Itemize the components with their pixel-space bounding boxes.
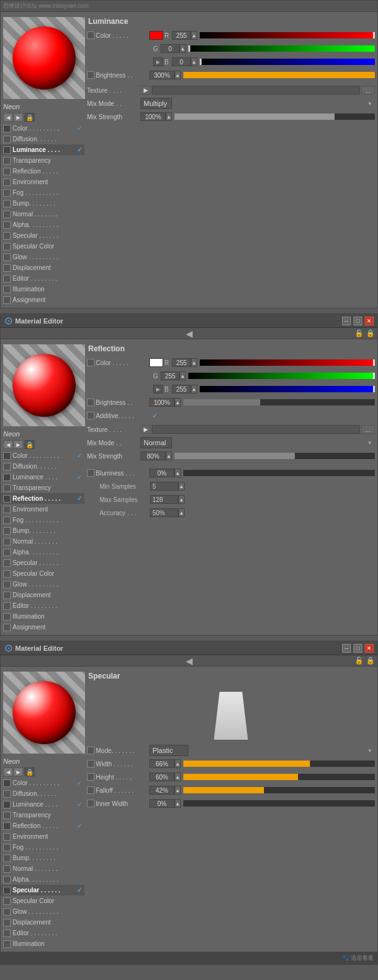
sidebar-item-1-9[interactable]: Alpha. . . . . . . . .	[1, 547, 84, 557]
sidebar-checkbox-2-14[interactable]	[3, 930, 11, 937]
texture-dots-btn-1[interactable]: ...	[361, 86, 375, 95]
brightness-bar-1[interactable]	[183, 72, 375, 78]
mix-mode-select-2[interactable]: Normal Multiply Additive	[140, 437, 172, 448]
sidebar-checkbox-2-6[interactable]	[3, 844, 11, 851]
sidebar-checkbox-0-4[interactable]	[3, 168, 11, 175]
sidebar-item-0-2[interactable]: Luminance . . . .✓	[1, 144, 84, 155]
inner-width-input-3[interactable]	[149, 799, 175, 808]
sidebar-item-0-1[interactable]: Diffusion. . . . . .	[1, 134, 84, 144]
mix-strength-spin-2[interactable]: ▲	[166, 452, 172, 460]
sidebar-checkbox-1-13[interactable]	[3, 592, 11, 599]
prev-material-btn-2[interactable]: ◀	[3, 440, 13, 449]
max-samples-spin-2[interactable]: ▲	[178, 495, 185, 504]
next-material-btn-3[interactable]: ▶	[13, 767, 23, 776]
sidebar-item-2-3[interactable]: Transparency	[1, 810, 84, 820]
sidebar-item-0-6[interactable]: Fog . . . . . . . . . .	[1, 187, 84, 198]
sidebar-item-0-16[interactable]: Assignment	[1, 295, 84, 305]
sidebar-checkbox-1-0[interactable]	[3, 452, 11, 460]
sidebar-checkbox-2-8[interactable]	[3, 865, 11, 873]
height-spin-3[interactable]: ▲	[175, 773, 181, 781]
sidebar-item-1-3[interactable]: Transparency	[1, 482, 84, 493]
close-btn-3[interactable]: ✕	[365, 644, 374, 653]
sidebar-item-0-10[interactable]: Specular . . . . . .	[1, 230, 84, 241]
sidebar-item-1-8[interactable]: Normal . . . . . . .	[1, 536, 84, 547]
inner-width-bar-3[interactable]	[183, 800, 375, 807]
color-checkbox-1[interactable]	[87, 32, 94, 39]
close-btn-2[interactable]: ✕	[365, 317, 374, 325]
mix-strength-spin-1[interactable]: ▲	[166, 112, 172, 121]
b-bar-2[interactable]	[200, 386, 375, 392]
g-bar-2[interactable]	[188, 373, 375, 379]
sidebar-checkbox-1-1[interactable]	[3, 463, 11, 470]
sidebar-checkbox-2-4[interactable]	[3, 822, 11, 830]
sidebar-item-1-10[interactable]: Specular . . . . . .	[1, 557, 84, 568]
mode-checkbox-3[interactable]	[87, 747, 94, 754]
next-material-btn-1[interactable]: ▶	[13, 113, 23, 122]
r-bar-1[interactable]	[200, 32, 375, 38]
sidebar-checkbox-2-13[interactable]	[3, 919, 11, 926]
sidebar-checkbox-2-9[interactable]	[3, 876, 11, 884]
sidebar-item-2-2[interactable]: Luminance . . . .✓	[1, 799, 84, 810]
sidebar-item-0-0[interactable]: Color . . . . . . . . .✓	[1, 123, 84, 134]
sidebar-item-2-15[interactable]: Illumination	[1, 938, 84, 949]
sidebar-checkbox-0-15[interactable]	[3, 286, 11, 293]
inner-width-spin-3[interactable]: ▲	[175, 799, 181, 808]
sidebar-item-1-1[interactable]: Diffusion. . . . . .	[1, 461, 84, 472]
sidebar-checkbox-0-1[interactable]	[3, 136, 11, 143]
sidebar-checkbox-2-12[interactable]	[3, 908, 11, 916]
g-input-1[interactable]	[161, 44, 180, 53]
sidebar-item-1-11[interactable]: Specular Color	[1, 568, 84, 579]
sidebar-item-0-4[interactable]: Reflection . . . . .	[1, 166, 84, 177]
height-input-3[interactable]	[149, 773, 175, 781]
sidebar-item-1-4[interactable]: Reflection . . . . .✓	[1, 493, 84, 504]
color-swatch-1[interactable]	[149, 31, 163, 40]
g-spin-1[interactable]: ▲	[180, 44, 186, 53]
sidebar-checkbox-1-12[interactable]	[3, 581, 11, 588]
sidebar-checkbox-1-8[interactable]	[3, 538, 11, 545]
sidebar-item-1-6[interactable]: Fog . . . . . . . . . .	[1, 515, 84, 525]
brightness-checkbox-2[interactable]	[87, 399, 94, 406]
sidebar-checkbox-0-13[interactable]	[3, 264, 11, 272]
brightness-spin-1[interactable]: ▲	[175, 71, 181, 79]
color-swatch-2[interactable]	[149, 358, 163, 367]
sidebar-item-0-15[interactable]: Illumination	[1, 284, 84, 295]
sidebar-item-2-8[interactable]: Normal . . . . . . .	[1, 863, 84, 874]
sidebar-checkbox-0-16[interactable]	[3, 296, 11, 304]
sidebar-item-1-0[interactable]: Color . . . . . . . . .✓	[1, 450, 84, 461]
b-spin-2[interactable]: ▲	[191, 385, 197, 394]
sidebar-item-1-12[interactable]: Glow . . . . . . . . .	[1, 579, 84, 590]
next-material-btn-2[interactable]: ▶	[13, 440, 23, 449]
mix-strength-input-2[interactable]	[140, 452, 166, 460]
sidebar-item-2-13[interactable]: Displacement	[1, 917, 84, 928]
sidebar-checkbox-0-6[interactable]	[3, 189, 11, 197]
width-bar-3[interactable]	[183, 761, 375, 767]
r-spin-1[interactable]: ▲	[191, 31, 197, 40]
sidebar-checkbox-0-10[interactable]	[3, 232, 11, 240]
sidebar-item-2-0[interactable]: Color . . . . . . . . .✓	[1, 778, 84, 788]
sidebar-checkbox-0-3[interactable]	[3, 157, 11, 165]
sidebar-checkbox-1-6[interactable]	[3, 516, 11, 524]
sidebar-item-1-13[interactable]: Displacement	[1, 590, 84, 600]
sidebar-checkbox-1-7[interactable]	[3, 527, 11, 535]
sidebar-checkbox-1-10[interactable]	[3, 559, 11, 567]
height-bar-3[interactable]	[183, 774, 375, 780]
sidebar-item-0-9[interactable]: Alpha. . . . . . . . .	[1, 219, 84, 230]
brightness-input-1[interactable]	[149, 71, 175, 79]
texture-btn-1[interactable]: ▶	[140, 86, 151, 95]
sidebar-checkbox-2-2[interactable]	[3, 801, 11, 808]
sidebar-checkbox-2-1[interactable]	[3, 790, 11, 798]
sidebar-item-1-15[interactable]: Illumination	[1, 611, 84, 622]
accuracy-spin-2[interactable]: ▲	[178, 508, 185, 517]
sidebar-item-0-11[interactable]: Specular Color	[1, 241, 84, 252]
b-bar-1[interactable]	[200, 59, 375, 65]
sidebar-item-2-4[interactable]: Reflection . . . . .✓	[1, 820, 84, 831]
sidebar-item-2-9[interactable]: Alpha. . . . . . . . .	[1, 874, 84, 885]
sidebar-item-1-16[interactable]: Assignment	[1, 622, 84, 633]
min-samples-spin-2[interactable]: ▲	[178, 482, 185, 491]
g-spin-2[interactable]: ▲	[180, 371, 186, 380]
sidebar-checkbox-0-14[interactable]	[3, 275, 11, 283]
sidebar-checkbox-0-8[interactable]	[3, 211, 11, 218]
texture-btn-2[interactable]: ▶	[140, 425, 151, 434]
sidebar-item-2-6[interactable]: Fog . . . . . . . . . .	[1, 842, 84, 853]
sidebar-item-1-14[interactable]: Editor . . . . . . . .	[1, 600, 84, 611]
